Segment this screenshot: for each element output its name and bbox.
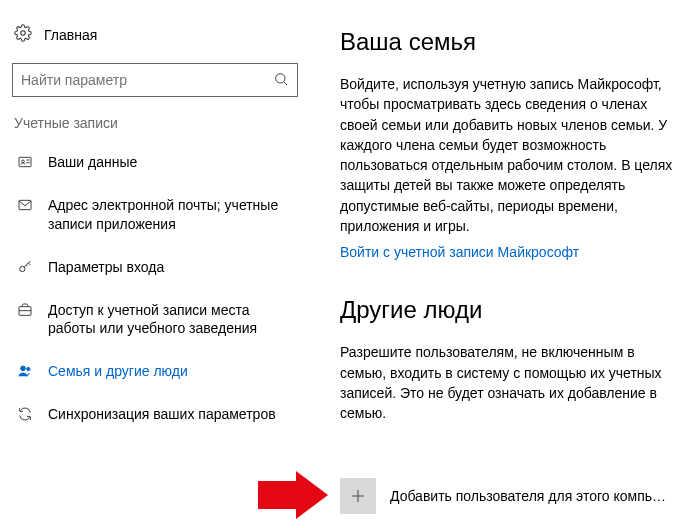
mail-icon xyxy=(16,196,34,213)
svg-rect-3 xyxy=(19,157,31,166)
svg-point-4 xyxy=(22,160,25,163)
main-content: Ваша семья Войдите, используя учетную за… xyxy=(310,0,700,528)
gear-icon xyxy=(14,24,32,45)
sidebar-item-sync[interactable]: Синхронизация ваших параметров xyxy=(10,393,300,436)
plus-icon xyxy=(340,478,376,514)
search-input-container[interactable] xyxy=(12,63,298,97)
people-icon xyxy=(16,362,34,379)
arrow-callout-icon xyxy=(258,471,328,522)
sidebar-item-your-info[interactable]: Ваши данные xyxy=(10,141,300,184)
section-label: Учетные записи xyxy=(10,115,300,141)
svg-point-11 xyxy=(21,366,26,371)
sidebar-item-signin-options[interactable]: Параметры входа xyxy=(10,246,300,289)
key-icon xyxy=(16,258,34,275)
sidebar: Главная Учетные записи Ваши данные Адрес… xyxy=(0,0,310,528)
svg-point-1 xyxy=(276,73,285,82)
family-title: Ваша семья xyxy=(340,28,680,56)
svg-point-8 xyxy=(20,266,25,271)
sidebar-item-label: Синхронизация ваших параметров xyxy=(48,405,276,424)
sidebar-item-work-access[interactable]: Доступ к учетной записи места работы или… xyxy=(10,289,300,351)
sidebar-item-label: Семья и другие люди xyxy=(48,362,188,381)
sidebar-item-label: Параметры входа xyxy=(48,258,164,277)
add-user-label: Добавить пользователя для этого компь… xyxy=(390,488,666,504)
home-button[interactable]: Главная xyxy=(10,18,300,59)
family-body: Войдите, используя учетную запись Майкро… xyxy=(340,74,680,236)
add-user-button[interactable]: Добавить пользователя для этого компь… xyxy=(340,478,680,514)
svg-line-2 xyxy=(284,82,287,85)
sidebar-item-email[interactable]: Адрес электронной почты; учетные записи … xyxy=(10,184,300,246)
nav-list: Ваши данные Адрес электронной почты; уче… xyxy=(10,141,300,436)
others-title: Другие люди xyxy=(340,296,680,324)
sidebar-item-family[interactable]: Семья и другие люди xyxy=(10,350,300,393)
sidebar-item-label: Адрес электронной почты; учетные записи … xyxy=(48,196,294,234)
search-icon xyxy=(273,71,289,90)
home-label: Главная xyxy=(44,27,97,43)
sidebar-item-label: Доступ к учетной записи места работы или… xyxy=(48,301,294,339)
search-input[interactable] xyxy=(21,72,273,88)
svg-rect-7 xyxy=(19,200,31,209)
sync-icon xyxy=(16,405,34,422)
svg-point-12 xyxy=(27,368,30,371)
your-info-icon xyxy=(16,153,34,170)
others-body: Разрешите пользователям, не включенным в… xyxy=(340,342,680,423)
sidebar-item-label: Ваши данные xyxy=(48,153,137,172)
svg-marker-13 xyxy=(258,471,328,519)
briefcase-icon xyxy=(16,301,34,318)
signin-link[interactable]: Войти с учетной записи Майкрософт xyxy=(340,244,680,260)
svg-point-0 xyxy=(21,31,26,36)
